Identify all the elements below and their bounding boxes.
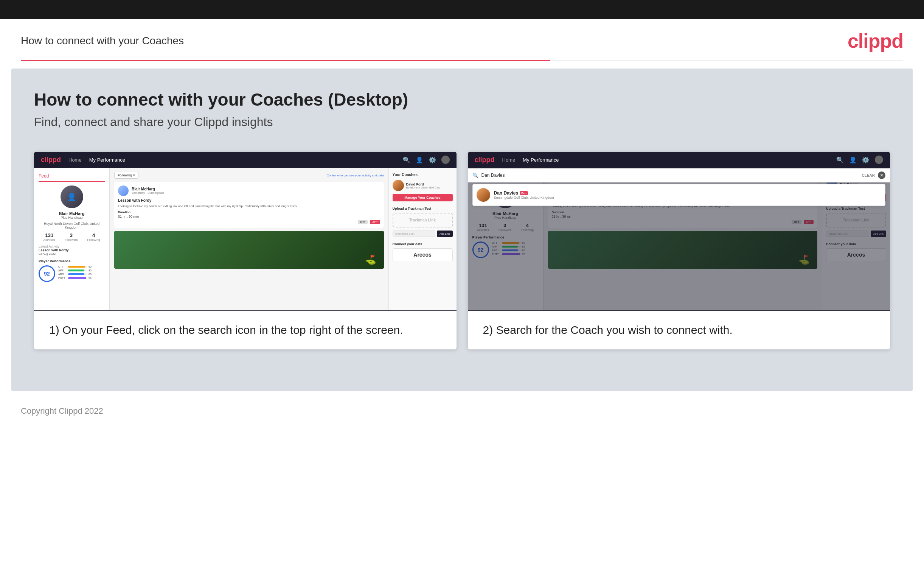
close-search-button[interactable]: ✕ bbox=[878, 172, 885, 179]
stat-activities: 131 Activities bbox=[44, 232, 56, 242]
caption-body-2: Search for the Coach you wish to connect… bbox=[496, 324, 733, 336]
search-result-item[interactable]: Dan Davies Pro Sunningdale Golf Club, Un… bbox=[473, 184, 886, 206]
mock-nav-performance[interactable]: My Performance bbox=[89, 157, 125, 163]
arccos-widget[interactable]: Arccos bbox=[393, 248, 453, 261]
mock-app-2: clippd Home My Performance 🔍 👤 ⚙️ Feed 👤 bbox=[468, 152, 890, 311]
bar-ott: OTT 90 bbox=[58, 265, 105, 268]
header-divider bbox=[21, 60, 903, 61]
post-author-sub: Yesterday · Sunningdale bbox=[132, 191, 164, 195]
search-icon[interactable]: 🔍 bbox=[403, 156, 410, 164]
manage-coaches-button[interactable]: Manage Your Coaches bbox=[393, 194, 453, 201]
stat-followers: 3 Followers bbox=[65, 232, 78, 242]
page-title: How to connect with your Coaches bbox=[21, 35, 184, 47]
main-content: How to connect with your Coaches (Deskto… bbox=[11, 68, 913, 391]
mock-nav-icons: 🔍 👤 ⚙️ bbox=[403, 156, 450, 164]
post-body: Looking to feel like my hands are exitin… bbox=[118, 204, 380, 208]
feed-post: Blair McHarg Yesterday · Sunningdale Les… bbox=[114, 182, 384, 228]
post-buttons: OTT APP bbox=[118, 220, 380, 224]
profile-club: Royal North Devon Golf Club, United King… bbox=[39, 222, 105, 229]
profile-stats-2: 131 Activities 3 Followers 4 Following bbox=[473, 222, 539, 232]
mock-nav-icons-2: 🔍 👤 ⚙️ bbox=[836, 156, 883, 164]
settings-icon-2[interactable]: ⚙️ bbox=[862, 156, 869, 164]
search-input[interactable]: Dan Davies bbox=[481, 173, 859, 178]
upload-title: Upload a Trackman Test bbox=[393, 207, 453, 211]
latest-activity-label: Latest Activity bbox=[39, 245, 105, 248]
avatar-icon-2[interactable] bbox=[875, 156, 883, 164]
mock-coaches-panel-1: Your Coaches David Ford Royal North Devo… bbox=[388, 168, 456, 310]
mock-nav-1: clippd Home My Performance 🔍 👤 ⚙️ bbox=[34, 152, 456, 168]
golf-image bbox=[114, 231, 384, 269]
coach-item: David Ford Royal North Devon Golf Club bbox=[393, 180, 453, 191]
pro-badge: Pro bbox=[520, 191, 528, 195]
screenshots-row: clippd Home My Performance 🔍 👤 ⚙️ Feed bbox=[34, 152, 890, 349]
caption-number-2: 2) bbox=[483, 324, 493, 336]
search-icon-2[interactable]: 🔍 bbox=[836, 156, 844, 164]
post-header: Blair McHarg Yesterday · Sunningdale bbox=[118, 185, 380, 196]
clippd-logo: clippd bbox=[848, 29, 903, 52]
coach-avatar bbox=[393, 180, 404, 191]
main-heading: How to connect with your Coaches (Deskto… bbox=[34, 89, 890, 110]
search-bar: 🔍 Dan Davies CLEAR ✕ bbox=[468, 169, 890, 182]
caption-1: 1) On your Feed, click on the search ico… bbox=[34, 311, 456, 349]
post-title: Lesson with Fordy bbox=[118, 198, 380, 203]
activity-name: Lesson with Fordy bbox=[39, 248, 105, 252]
profile-handicap: Plus Handicap bbox=[39, 216, 105, 219]
add-link-button[interactable]: Add Link bbox=[437, 231, 452, 237]
following-button[interactable]: Following ▾ bbox=[114, 172, 138, 179]
search-overlay: 🔍 Dan Davies CLEAR ✕ Dan Davies Pro Su bbox=[468, 169, 890, 208]
caption-2: 2) Search for the Coach you wish to conn… bbox=[468, 311, 890, 349]
screenshot-panel-1: clippd Home My Performance 🔍 👤 ⚙️ Feed bbox=[34, 152, 456, 349]
mock-logo-2: clippd bbox=[475, 156, 495, 164]
connect-title: Connect your data bbox=[393, 242, 453, 246]
mock-nav-2: clippd Home My Performance 🔍 👤 ⚙️ bbox=[468, 152, 890, 168]
post-author-info: Blair McHarg Yesterday · Sunningdale bbox=[132, 187, 164, 195]
app-button[interactable]: APP bbox=[370, 220, 380, 224]
quality-score: 92 bbox=[39, 265, 55, 282]
footer: Copyright Clippd 2022 bbox=[0, 399, 924, 424]
coaches-title: Your Coaches bbox=[393, 173, 453, 177]
settings-icon[interactable]: ⚙️ bbox=[429, 156, 436, 164]
header: How to connect with your Coaches clippd bbox=[0, 19, 924, 52]
avatar-icon[interactable] bbox=[442, 156, 450, 164]
mock-logo-1: clippd bbox=[41, 156, 61, 164]
clear-button[interactable]: CLEAR bbox=[862, 174, 875, 177]
profile-avatar: 👤 bbox=[60, 185, 83, 208]
coach-name: David Ford bbox=[406, 182, 440, 186]
caption-text-2: 2) Search for the Coach you wish to conn… bbox=[483, 322, 875, 338]
off-button[interactable]: OTT bbox=[358, 220, 367, 224]
control-link[interactable]: Control who can see your activity and da… bbox=[327, 174, 384, 177]
top-bar bbox=[0, 0, 924, 19]
coach-info: David Ford Royal North Devon Golf Club bbox=[406, 182, 440, 189]
user-icon-2[interactable]: 👤 bbox=[849, 156, 857, 164]
result-avatar bbox=[477, 188, 490, 202]
mock-nav-performance-2[interactable]: My Performance bbox=[523, 157, 558, 163]
profile-handicap-2: Plus Handicap bbox=[473, 216, 539, 219]
perf-content: 92 OTT 90 bbox=[39, 265, 105, 282]
mock-content-1: Feed 👤 Blair McHarg Plus Handicap Royal … bbox=[34, 168, 456, 310]
profile-name: Blair McHarg bbox=[39, 211, 105, 216]
caption-body-1: On your Feed, click on the search icon i… bbox=[62, 324, 403, 336]
stat-following: 4 Following bbox=[87, 232, 100, 242]
post-author-name: Blair McHarg bbox=[132, 187, 164, 191]
mock-middle-1: Following ▾ Control who can see your act… bbox=[110, 168, 388, 310]
bar-app: APP 85 bbox=[58, 269, 105, 272]
bar-arg: ARG 86 bbox=[58, 273, 105, 276]
caption-number-1: 1) bbox=[49, 324, 59, 336]
result-info: Dan Davies Pro Sunningdale Golf Club, Un… bbox=[494, 190, 554, 200]
main-subheading: Find, connect and share your Clippd insi… bbox=[34, 115, 890, 129]
mock-nav-home-2[interactable]: Home bbox=[502, 157, 516, 163]
post-avatar bbox=[118, 185, 129, 196]
trackman-input[interactable]: Trackman Link bbox=[393, 231, 436, 237]
activity-date: 03 Aug 2022 bbox=[39, 252, 105, 255]
result-name: Dan Davies Pro bbox=[494, 190, 554, 196]
mock-app-1: clippd Home My Performance 🔍 👤 ⚙️ Feed bbox=[34, 152, 456, 311]
profile-name-2: Blair McHarg bbox=[473, 211, 539, 216]
user-icon[interactable]: 👤 bbox=[416, 156, 423, 164]
profile-stats: 131 Activities 3 Followers 4 Following bbox=[39, 232, 105, 242]
result-club: Sunningdale Golf Club, United Kingdom bbox=[494, 196, 554, 200]
coach-club: Royal North Devon Golf Club bbox=[406, 186, 440, 189]
mock-nav-home[interactable]: Home bbox=[68, 157, 82, 163]
footer-text: Copyright Clippd 2022 bbox=[21, 406, 103, 416]
feed-label: Feed bbox=[39, 174, 105, 182]
post-duration: Duration bbox=[118, 211, 380, 214]
